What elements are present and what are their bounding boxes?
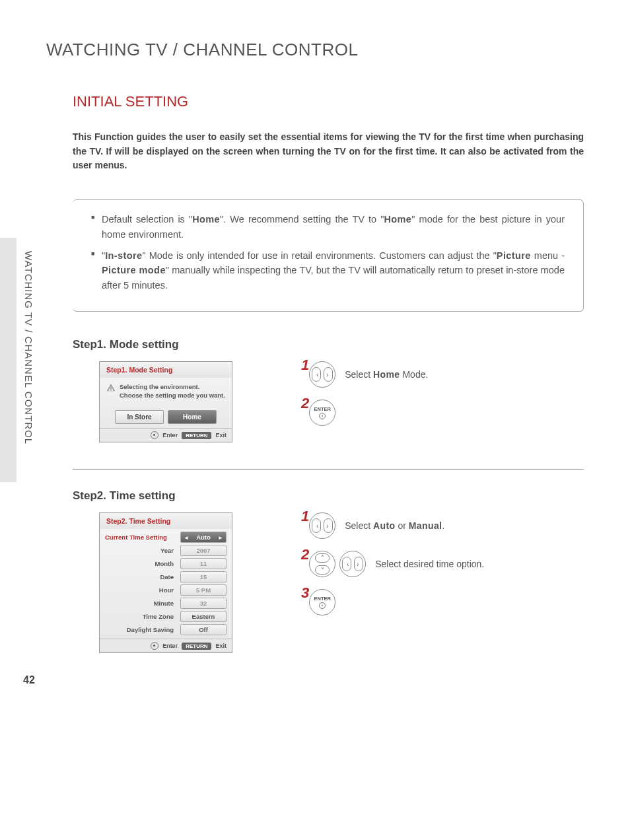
svg-rect-1 (110, 390, 111, 390)
step2-heading: Step2. Time setting (73, 489, 584, 503)
note-item-2: "In-store" Mode is only intended for use… (91, 248, 565, 293)
step1-osd-footer: Enter RETURN Exit (100, 428, 232, 442)
time-setting-row: Month11 (105, 558, 227, 569)
step1-osd: Step1. Mode Setting Selecting the enviro… (99, 361, 232, 442)
step2-instr1-text: Select Auto or Manual. (345, 520, 444, 531)
svg-rect-0 (110, 388, 111, 390)
step1-instructions: 1 ‹› Select Home Mode. 2 ENTER (292, 361, 428, 438)
time-setting-value[interactable]: Eastern (180, 611, 227, 622)
step1-osd-message: Selecting the environment. Choose the se… (100, 378, 232, 405)
remote-left-right-icon: ‹› (309, 512, 335, 539)
enter-dot-icon (151, 642, 158, 650)
remote-up-down-icon: ˄˅ (309, 551, 335, 577)
step2-osd-title: Step2. Time Setting (100, 513, 232, 529)
side-tab (0, 238, 17, 482)
step2-instructions: 1 ‹› Select Auto or Manual. 2 ˄˅ ‹› (292, 512, 484, 627)
time-setting-value[interactable]: 2007 (180, 545, 227, 556)
note-item-1: Default selection is "Home". We recommen… (91, 212, 565, 242)
warning-icon (106, 383, 116, 392)
page-title: WATCHING TV / CHANNEL CONTROL (46, 40, 584, 60)
page-number: 42 (23, 674, 35, 686)
return-pill: RETURN (182, 432, 211, 439)
time-setting-header-row: Current Time Setting◄Auto► (105, 532, 227, 543)
enter-dot-icon (151, 431, 158, 439)
divider (73, 469, 584, 470)
instore-button[interactable]: In Store (115, 410, 164, 424)
time-setting-value[interactable]: 32 (180, 598, 227, 609)
return-pill: RETURN (182, 643, 211, 650)
time-setting-auto-value[interactable]: ◄Auto► (180, 532, 227, 543)
time-setting-row: Minute32 (105, 598, 227, 609)
step1-instr-text: Select Home Mode. (345, 369, 428, 380)
time-setting-row: Date15 (105, 571, 227, 582)
time-setting-value[interactable]: 5 PM (180, 584, 227, 596)
step2-osd-footer: Enter RETURN Exit (100, 639, 232, 652)
step1-heading: Step1. Mode setting (73, 338, 584, 351)
intro-paragraph: This Function guides the user to easily … (73, 130, 584, 173)
time-setting-row: Hour5 PM (105, 584, 227, 596)
time-setting-value[interactable]: Off (180, 624, 227, 635)
step2-osd: Step2. Time Setting Current Time Setting… (99, 512, 232, 653)
time-setting-value[interactable]: 11 (180, 558, 227, 569)
time-setting-row: Daylight SavingOff (105, 624, 227, 635)
step2-instr2-text: Select desired time option. (375, 559, 484, 569)
time-setting-value[interactable]: 15 (180, 571, 227, 582)
section-title: INITIAL SETTING (73, 93, 584, 110)
side-section-label: WATCHING TV / CHANNEL CONTROL (23, 251, 34, 444)
remote-enter-icon: ENTER (309, 400, 335, 426)
step1-osd-title: Step1. Mode Setting (100, 362, 232, 378)
notes-box: Default selection is "Home". We recommen… (73, 199, 584, 312)
remote-left-right-icon: ‹› (309, 361, 335, 388)
time-setting-row: Year2007 (105, 545, 227, 556)
remote-enter-icon: ENTER (309, 589, 335, 615)
remote-left-right-icon: ‹› (339, 551, 366, 577)
home-button[interactable]: Home (168, 410, 217, 424)
time-setting-row: Time ZoneEastern (105, 611, 227, 622)
